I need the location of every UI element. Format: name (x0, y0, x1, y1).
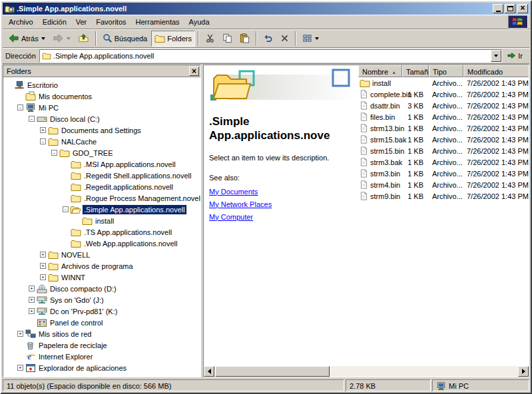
file-row[interactable]: strm13.bin1 KBArchivo...7/26/2002 1:43 P… (358, 122, 529, 134)
views-dropdown-icon[interactable] (315, 37, 319, 40)
tree-item[interactable]: +Archivos de programa (3, 260, 200, 272)
tree-item[interactable]: +Sys on 'Gdo' (J:) (3, 294, 200, 305)
tree-item[interactable]: Escritorio (3, 79, 200, 91)
tree-item[interactable]: Papelera de reciclaje (3, 339, 200, 351)
close-folders-button[interactable]: × (189, 67, 199, 76)
expand-toggle[interactable]: + (17, 331, 23, 337)
cut-button[interactable] (202, 31, 218, 47)
tree-item[interactable]: .Rogue Process Management.novell (3, 192, 200, 204)
column-header-nombre[interactable]: Nombre▲ (358, 65, 402, 77)
expand-toggle[interactable]: + (40, 263, 46, 269)
tree-item[interactable]: +Dc on 'Prv-pd81' (K:) (3, 305, 200, 317)
tree-item[interactable]: +Documents and Settings (3, 124, 200, 136)
tree-item[interactable]: +NOVELL (3, 249, 200, 260)
address-combo[interactable] (39, 49, 502, 63)
tree-item[interactable]: +Explorador de aplicaciones (3, 362, 200, 373)
tree-item[interactable]: .TS App.applications.novell (3, 226, 200, 238)
collapse-toggle[interactable]: - (40, 138, 46, 144)
menu-item-favoritos[interactable]: Favoritos (91, 16, 131, 28)
collapse-toggle[interactable]: - (17, 104, 23, 110)
collapse-toggle[interactable]: - (63, 206, 69, 212)
expand-toggle[interactable]: + (29, 297, 35, 303)
folders-button[interactable]: Folders (151, 31, 195, 47)
tree-item[interactable]: Mis documentos (3, 91, 200, 102)
file-row[interactable]: dsattr.bin3 KBArchivo...7/26/2002 1:43 P… (358, 100, 529, 111)
tree-item[interactable]: +Disco compacto (D:) (3, 283, 200, 294)
column-header-tamao[interactable]: Tamaño (402, 65, 429, 77)
tree-item[interactable]: -Mi PC (3, 102, 200, 113)
expand-toggle[interactable]: + (29, 308, 35, 314)
menu-item-edicin[interactable]: Edición (38, 16, 71, 28)
file-row[interactable]: files.bin1 KBArchivo...7/26/2002 1:43 PM (358, 111, 529, 122)
file-row[interactable]: strm4.bin1 KBArchivo...7/26/2002 1:43 PM (358, 179, 529, 190)
horizontal-scrollbar[interactable] (204, 366, 529, 377)
maximize-button[interactable] (505, 4, 515, 13)
expand-toggle[interactable]: + (40, 252, 46, 258)
tree-item[interactable]: .MSI App.applications.novell (3, 158, 200, 170)
file-row[interactable]: strm3.bin1 KBArchivo...7/26/2002 1:43 PM (358, 168, 529, 179)
tree-item[interactable]: -.Simple App.applications.novell (3, 204, 200, 215)
file-name: strm9.bin (370, 192, 400, 200)
copy-button[interactable] (219, 31, 236, 47)
tree-item[interactable]: -NALCache (3, 136, 200, 147)
link-my-computer[interactable]: My Computer (209, 213, 358, 221)
file-row[interactable]: strm15.bak1 KBArchivo...7/26/2002 1:43 P… (358, 134, 529, 145)
menu-item-archivo[interactable]: Archivo (4, 16, 38, 28)
menu-item-ver[interactable]: Ver (71, 16, 92, 28)
expand-toggle[interactable]: + (40, 274, 46, 280)
back-dropdown-icon[interactable] (41, 37, 45, 40)
folder-icon (70, 159, 81, 170)
tree-item[interactable]: .Regedit Shell.applications.novell (3, 170, 200, 181)
column-header-tipo[interactable]: Tipo (429, 65, 463, 77)
expand-toggle[interactable]: + (17, 365, 23, 371)
expand-toggle[interactable]: + (29, 286, 35, 292)
back-button[interactable]: Atrás (5, 31, 49, 47)
up-button[interactable] (75, 31, 93, 47)
address-dropdown-button[interactable] (491, 50, 501, 62)
hscroll-thumb[interactable] (215, 366, 330, 377)
column-header-modificado[interactable]: Modificado (463, 65, 529, 77)
tree-item[interactable]: +Mis sitios de red (3, 328, 200, 339)
tree-item[interactable]: Panel de control (3, 317, 200, 328)
tree-item[interactable]: .Regedit.applications.novell (3, 181, 200, 192)
paste-icon (240, 33, 250, 43)
go-button[interactable]: Ir (505, 50, 527, 61)
forward-dropdown-icon[interactable] (67, 37, 71, 40)
undo-button[interactable] (260, 31, 276, 47)
scroll-right-button[interactable] (518, 366, 529, 377)
file-row[interactable]: strm3.bak1 KBArchivo...7/26/2002 1:43 PM (358, 156, 529, 168)
tree-item[interactable]: -GDO_TREE (3, 147, 200, 158)
minimize-button[interactable] (493, 4, 503, 13)
menu-item-herramientas[interactable]: Herramientas (131, 16, 184, 28)
status-location-label: Mi PC (449, 382, 469, 390)
address-input[interactable] (53, 51, 491, 61)
close-button[interactable]: × (517, 4, 528, 13)
app-icon[interactable] (4, 4, 15, 13)
forward-button[interactable] (49, 31, 74, 47)
file-type: Archivo... (429, 136, 463, 144)
expand-toggle[interactable]: + (40, 127, 46, 133)
file-row[interactable]: strm9.bin1 KBArchivo...7/26/2002 1:43 PM (358, 190, 529, 202)
paste-button[interactable] (236, 31, 253, 47)
collapse-toggle[interactable]: - (51, 150, 57, 156)
title-bar[interactable]: .Simple App.applications.novell × (3, 3, 529, 15)
menu-item-ayuda[interactable]: Ayuda (184, 16, 214, 28)
file-row[interactable]: strm15.bin1 KBArchivo...7/26/2002 1:43 P… (358, 145, 529, 156)
delete-button[interactable] (277, 31, 292, 47)
tree-item[interactable]: eInternet Explorer (3, 351, 200, 362)
tree-item[interactable]: -Disco local (C:) (3, 113, 200, 124)
tree-item[interactable]: install (3, 215, 200, 226)
scroll-left-button[interactable] (204, 366, 214, 377)
file-row[interactable]: complete.bin1 KBArchivo...7/26/2002 1:43… (358, 89, 529, 100)
hscroll-track[interactable] (214, 366, 518, 377)
file-name-cell: install (358, 79, 402, 88)
views-button[interactable] (299, 31, 322, 47)
search-button[interactable]: Búsqueda (99, 31, 151, 47)
link-my-network-places[interactable]: My Network Places (209, 200, 358, 208)
forward-icon (53, 33, 64, 43)
collapse-toggle[interactable]: - (29, 116, 35, 122)
link-my-documents[interactable]: My Documents (209, 188, 358, 196)
file-row[interactable]: installArchivo...7/26/2002 1:43 PM (358, 77, 529, 89)
tree-item[interactable]: +WINNT (3, 272, 200, 283)
tree-item[interactable]: .Web App.applications.novell (3, 238, 200, 249)
